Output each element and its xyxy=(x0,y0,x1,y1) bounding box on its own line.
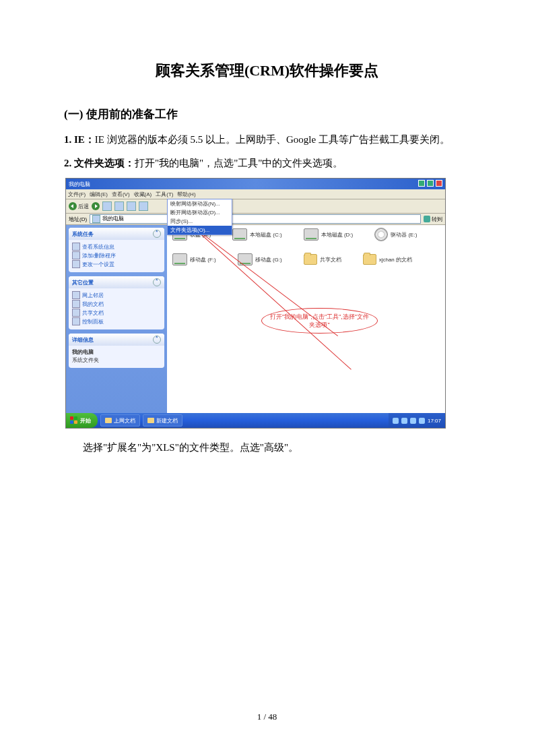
forward-button[interactable] xyxy=(92,202,100,210)
toolbar: 后退 xyxy=(66,199,445,214)
hdd-icon xyxy=(304,228,319,241)
hdd-icon xyxy=(232,228,247,241)
drive-item[interactable]: 本地磁盘 (D:) xyxy=(304,228,354,241)
doc-title: 顾客关系管理(CRM)软件操作要点 xyxy=(64,61,470,81)
control-panel-icon xyxy=(72,317,80,325)
panel-head[interactable]: 其它位置˄ xyxy=(69,276,164,288)
menu-help[interactable]: 帮助(H) xyxy=(177,191,195,198)
shared-icon xyxy=(72,309,80,317)
sidebar-link[interactable]: 控制面板 xyxy=(72,317,161,325)
network-icon xyxy=(72,291,80,299)
detail-line: 系统文件夹 xyxy=(72,356,161,364)
window-titlebar: 我的电脑 xyxy=(66,179,445,189)
tools-dropdown: 映射网络驱动器(N)... 断开网络驱动器(D)... 同步(S)... 文件夹… xyxy=(167,199,232,235)
drive-item[interactable]: 驱动器 (E:) xyxy=(374,228,417,241)
add-remove-icon xyxy=(72,251,80,259)
views-icon[interactable] xyxy=(139,201,148,211)
menu-file[interactable]: 文件(F) xyxy=(68,191,86,198)
taskbar-app[interactable]: 上网文档 xyxy=(100,414,140,427)
maximize-icon[interactable] xyxy=(427,180,434,187)
sidebar-link[interactable]: 网上邻居 xyxy=(72,291,161,299)
window-title-text: 我的电脑 xyxy=(69,181,90,188)
page-number: 1 / 48 xyxy=(0,712,534,722)
menu-view[interactable]: 查看(V) xyxy=(112,191,130,198)
annotation-line xyxy=(191,225,351,370)
windows-logo-icon xyxy=(70,416,78,424)
arrow-right-icon xyxy=(92,202,100,210)
paragraph-2: 2. 文件夹选项：打开"我的电脑"，点选"工具"中的文件夹选项。 xyxy=(64,154,470,173)
section-heading-1: (一) 使用前的准备工作 xyxy=(64,106,470,122)
sidebar-link[interactable]: 添加/删除程序 xyxy=(72,251,161,259)
settings-icon xyxy=(72,260,80,268)
arrow-left-icon xyxy=(69,202,77,210)
panel-system-tasks: 系统任务˄ 查看系统信息 添加/删除程序 更改一个设置 xyxy=(69,228,164,272)
p2-body: 打开"我的电脑"，点选"工具"中的文件夹选项。 xyxy=(135,158,343,168)
address-value: 我的电脑 xyxy=(102,215,124,223)
taskbar-app[interactable]: 新建文档 xyxy=(143,414,182,427)
go-icon xyxy=(424,216,430,222)
paragraph-1: 1. IE：IE 浏览器的版本必须 5.5 以上。上网助手、Google 工具等… xyxy=(64,130,470,150)
minimize-icon[interactable] xyxy=(418,180,425,187)
dropdown-item[interactable]: 断开网络驱动器(D)... xyxy=(168,208,232,217)
folder-icon xyxy=(363,254,376,265)
p2-prefix: 2. 文件夹选项： xyxy=(64,158,135,168)
detail-line: 我的电脑 xyxy=(72,348,161,356)
chevron-icon: ˄ xyxy=(153,230,161,238)
tray-icon[interactable] xyxy=(393,418,399,424)
panel-head[interactable]: 详细信息˄ xyxy=(69,334,164,346)
up-icon[interactable] xyxy=(102,201,112,211)
tray-icon[interactable] xyxy=(419,418,425,424)
drive-item[interactable]: 移动盘 (G:) xyxy=(238,253,282,265)
panel-details: 详细信息˄ 我的电脑 系统文件夹 xyxy=(69,334,164,368)
sidebar-link[interactable]: 查看系统信息 xyxy=(72,243,161,251)
drive-item[interactable]: xjchan 的文档 xyxy=(363,253,412,265)
close-icon[interactable] xyxy=(436,180,442,187)
explorer-sidebar: 系统任务˄ 查看系统信息 添加/删除程序 更改一个设置 其它位置˄ 网上邻居 我… xyxy=(66,225,167,415)
folder-icon xyxy=(147,418,154,423)
explorer-body: 系统任务˄ 查看系统信息 添加/删除程序 更改一个设置 其它位置˄ 网上邻居 我… xyxy=(66,225,445,415)
address-field[interactable]: 我的电脑 xyxy=(90,214,421,224)
removable-icon xyxy=(172,253,187,265)
documents-icon xyxy=(72,300,80,308)
back-button[interactable]: 后退 xyxy=(69,202,89,210)
tray-icon[interactable] xyxy=(401,418,407,424)
panel-other-places: 其它位置˄ 网上邻居 我的文档 共享文档 控制面板 xyxy=(69,276,164,329)
panel-head[interactable]: 系统任务˄ xyxy=(69,228,164,240)
menubar: 文件(F) 编辑(E) 查看(V) 收藏(A) 工具(T) 帮助(H) 映射网络… xyxy=(66,189,445,199)
chevron-icon: ˄ xyxy=(153,278,161,286)
go-button[interactable]: 转到 xyxy=(424,216,442,223)
menu-tools[interactable]: 工具(T) xyxy=(156,191,173,198)
sidebar-link[interactable]: 我的文档 xyxy=(72,300,161,308)
address-label: 地址(D) xyxy=(69,216,87,223)
sidebar-link[interactable]: 共享文档 xyxy=(72,309,161,317)
menu-fav[interactable]: 收藏(A) xyxy=(134,191,152,198)
dropdown-item-selected[interactable]: 文件夹选项(O)... xyxy=(168,226,232,234)
drive-item[interactable]: 本地磁盘 (C:) xyxy=(232,228,282,241)
removable-icon xyxy=(238,253,253,265)
tray-clock: 17:07 xyxy=(428,418,441,424)
sidebar-link[interactable]: 更改一个设置 xyxy=(72,260,161,268)
p1-prefix: 1. IE： xyxy=(64,134,95,145)
start-button[interactable]: 开始 xyxy=(66,413,98,428)
annotation-callout: 打开"我的电脑",点击"工具",选择"文件夹选项" xyxy=(261,308,378,334)
cd-icon xyxy=(374,228,388,241)
taskbar: 开始 上网文档 新建文档 17:07 xyxy=(66,413,445,428)
p1-body: IE 浏览器的版本必须 5.5 以上。上网助手、Google 工具等广告拦截工具… xyxy=(95,134,450,145)
paragraph-after-shot: 选择"扩展名"为"XLS"的文件类型。点选"高级"。 xyxy=(83,438,470,458)
computer-icon xyxy=(92,215,100,223)
drive-item[interactable]: 共享文档 xyxy=(304,253,341,265)
chevron-icon: ˄ xyxy=(153,336,161,344)
folders-icon[interactable] xyxy=(127,201,136,211)
embedded-screenshot: 我的电脑 文件(F) 编辑(E) 查看(V) 收藏(A) 工具(T) 帮助(H)… xyxy=(65,178,446,429)
dropdown-item[interactable]: 同步(S)... xyxy=(168,217,232,226)
window-controls[interactable] xyxy=(418,180,442,188)
folder-icon xyxy=(105,418,112,423)
tray-icon[interactable] xyxy=(410,418,416,424)
address-bar: 地址(D) 我的电脑 转到 xyxy=(66,214,445,225)
menu-edit[interactable]: 编辑(E) xyxy=(90,191,108,198)
dropdown-item[interactable]: 映射网络驱动器(N)... xyxy=(168,199,232,208)
folder-icon xyxy=(304,254,317,265)
info-icon xyxy=(72,243,80,251)
drive-item[interactable]: 移动盘 (F:) xyxy=(172,253,216,265)
search-icon[interactable] xyxy=(114,201,124,211)
